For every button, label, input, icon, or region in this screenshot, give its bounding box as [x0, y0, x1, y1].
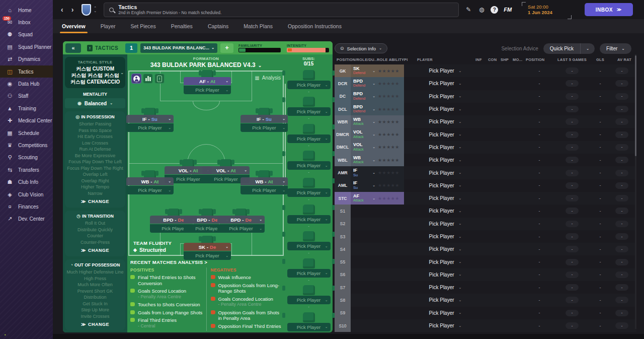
pick-player-dropdown[interactable]: Pick Player ⌄ — [415, 77, 475, 90]
pick-player-dropdown[interactable]: Pick Player ⌄ — [415, 268, 475, 281]
role-duty-dropdown[interactable]: WB Attack ⌄ — [351, 115, 377, 128]
tab[interactable]: Penalties — [164, 23, 200, 33]
pick-player-dropdown[interactable]: Pick Player ⌄ — [287, 107, 331, 116]
pick-player-dropdown[interactable]: Pick Player ⌄ — [415, 243, 475, 255]
sidebar-item[interactable]: ♛ Competitions — [0, 139, 53, 151]
analysis-button[interactable]: ▦ Analysis — [255, 75, 281, 81]
role-duty-dropdown[interactable] — [351, 218, 377, 230]
role-duty-dropdown[interactable]: AF Attack ⌄ — [351, 192, 377, 205]
position-cell[interactable]: S3 — [335, 230, 351, 243]
role-duty-dropdown[interactable]: BPD Defend ⌄ — [351, 103, 377, 115]
sidebar-item[interactable]: ¤ Finances — [0, 200, 53, 213]
collapse-panel-button[interactable]: « — [65, 43, 81, 53]
tactic-name-dropdown[interactable]: 343 BULDAK PARK BALANC... ⌄ — [140, 43, 217, 53]
role-dropdown[interactable]: VOL - At ⌄ — [202, 166, 250, 174]
search-box[interactable]: Tactics 2nd in English Premier Division … — [104, 3, 459, 17]
pick-player-dropdown[interactable]: Pick Player ⌄ — [217, 224, 265, 233]
position-cell[interactable]: S1 — [335, 205, 351, 217]
role-duty-dropdown[interactable]: IF Su ⌄ — [351, 166, 377, 179]
role-duty-dropdown[interactable] — [351, 205, 377, 217]
pick-player-dropdown[interactable]: Pick Player ⌄ — [415, 218, 475, 230]
tab[interactable]: Set Pieces — [123, 23, 163, 33]
position-cell[interactable]: S10 — [335, 319, 351, 332]
sidebar-item[interactable]: 150 ✉ Inbox — [0, 16, 53, 28]
role-duty-dropdown[interactable]: IF Su ⌄ — [351, 179, 377, 192]
sidebar-item[interactable]: ▦ Schedule — [0, 127, 53, 139]
pick-player-dropdown[interactable]: Pick Player ⌄ — [287, 323, 331, 331]
pick-player-dropdown[interactable]: Pick Player ⌄ — [287, 161, 331, 170]
position-cell[interactable]: DMCL — [335, 141, 351, 154]
pick-player-dropdown[interactable]: Pick Player ⌄ — [415, 154, 475, 166]
chevron-down-icon[interactable]: ⌄ — [581, 43, 595, 54]
column-header[interactable]: ROLE ABILITY — [377, 57, 404, 62]
role-dropdown[interactable]: IF - Su ⌄ — [126, 115, 174, 123]
sidebar-item[interactable]: ☗ Club Info — [0, 176, 53, 188]
role-duty-dropdown[interactable] — [351, 319, 377, 332]
tab[interactable]: Player — [93, 23, 123, 33]
forward-button[interactable]: › — [67, 6, 78, 14]
back-button[interactable]: ‹ — [57, 6, 67, 14]
pick-player-dropdown[interactable]: Pick Player ⌄ — [287, 134, 331, 143]
role-duty-dropdown[interactable] — [351, 243, 377, 255]
filter-button[interactable]: Filter ⌄ — [600, 43, 631, 54]
sidebar-item[interactable]: ↗ Dev. Center — [0, 213, 53, 225]
view-tactics-button[interactable]: ! — [154, 74, 165, 84]
role-dropdown[interactable]: WB - At ⌄ — [126, 177, 174, 185]
inbox-button[interactable]: INBOX ≫ — [585, 3, 633, 16]
column-header[interactable]: AV RAT — [609, 57, 634, 62]
view-players-button[interactable] — [131, 74, 141, 84]
sidebar-item[interactable]: ⚲ Scouting — [0, 152, 53, 164]
position-cell[interactable]: GK — [335, 64, 351, 77]
role-duty-dropdown[interactable]: VOL Attack ⌄ — [351, 141, 377, 154]
role-dropdown[interactable]: SK - De ⌄ — [184, 243, 231, 251]
sidebar-item[interactable]: ⌂ Home — [0, 4, 53, 16]
role-dropdown[interactable]: AF - At ⌄ — [184, 77, 231, 85]
pick-player-dropdown[interactable]: Pick Player ⌄ — [415, 64, 475, 77]
pick-player-dropdown[interactable]: Pick Player ⌄ — [415, 141, 475, 154]
role-duty-dropdown[interactable]: WB Attack ⌄ — [351, 154, 377, 166]
formation-name-dropdown[interactable]: 343 BULDAK PARK BALANCED V4.3⌄ — [127, 61, 285, 69]
pick-player-dropdown[interactable]: Pick Player ⌄ — [415, 319, 475, 332]
pick-player-dropdown[interactable]: Pick Player ⌄ — [126, 186, 174, 194]
help-icon[interactable]: ? — [491, 6, 498, 14]
position-cell[interactable]: AMR — [335, 166, 351, 179]
position-cell[interactable]: S2 — [335, 218, 351, 230]
column-header[interactable]: POSITION/ROLE/DU... ▲ — [335, 57, 377, 62]
position-cell[interactable]: DC — [335, 90, 351, 103]
table-scrollbar[interactable] — [635, 55, 636, 156]
column-header[interactable]: SHP — [501, 57, 513, 62]
position-cell[interactable]: AML — [335, 179, 351, 192]
sidebar-item[interactable]: ⚉ Squad — [0, 29, 53, 41]
position-cell[interactable]: DCR — [335, 77, 351, 90]
pick-player-dropdown[interactable]: Pick Player ⌄ — [287, 81, 331, 89]
pick-player-dropdown[interactable]: Pick Player ⌄ — [415, 230, 475, 243]
tab[interactable]: Captains — [200, 23, 236, 33]
sidebar-item[interactable]: ⇆ Transfers — [0, 164, 53, 176]
role-duty-dropdown[interactable] — [351, 307, 377, 319]
sidebar-item[interactable]: ◫ Tactics — [0, 65, 53, 78]
column-header[interactable]: PLAYER — [415, 57, 475, 62]
pick-player-dropdown[interactable]: Pick Player ⌄ — [415, 115, 475, 128]
pick-player-dropdown[interactable]: Pick Player ⌄ — [240, 186, 288, 194]
position-cell[interactable]: S6 — [335, 268, 351, 281]
role-duty-dropdown[interactable]: VOL Attack ⌄ — [351, 128, 377, 141]
pick-player-dropdown[interactable]: Pick Player ⌄ — [240, 123, 288, 132]
sidebar-item[interactable]: ⚇ Staff — [0, 90, 53, 102]
column-header[interactable]: INF — [475, 57, 488, 62]
pick-player-dropdown[interactable]: Pick Player ⌄ — [287, 296, 331, 304]
club-crest[interactable] — [82, 4, 91, 16]
pick-player-dropdown[interactable]: Pick Player ⌄ — [415, 166, 475, 179]
role-duty-dropdown[interactable] — [351, 230, 377, 243]
pick-player-dropdown[interactable]: Pick Player ⌄ — [287, 188, 331, 197]
role-duty-dropdown[interactable]: SK Defend ⌄ — [351, 64, 377, 77]
pick-player-dropdown[interactable]: Pick Player ⌄ — [415, 179, 475, 192]
mentality-dropdown[interactable]: ◉ Balanced ⌄ — [65, 98, 125, 108]
position-cell[interactable]: S8 — [335, 294, 351, 306]
tab[interactable]: Match Plans — [236, 23, 280, 33]
tactical-style-dropdown[interactable]: TACTICAL STYLE 커스텀 CUSTOM 커스텀 커스텀 커스텀 커스… — [65, 57, 125, 88]
sidebar-item[interactable]: ◉ Data Hub — [0, 78, 53, 90]
quick-pick-button[interactable]: Quick Pick ⌄ — [543, 43, 595, 54]
position-cell[interactable]: WBL — [335, 154, 351, 166]
role-dropdown[interactable]: WB - At ⌄ — [240, 177, 288, 185]
column-header[interactable]: MO... — [513, 57, 526, 62]
